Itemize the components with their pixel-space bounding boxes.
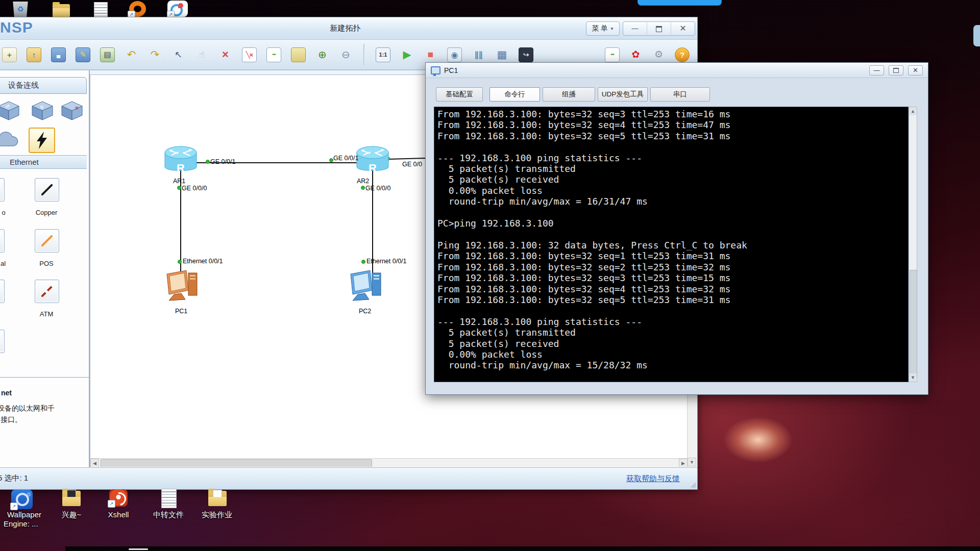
icon-label: Wallpaper (0, 510, 48, 519)
pc1-device-icon[interactable] (166, 269, 203, 305)
save-as-icon[interactable]: ✎ (76, 47, 90, 62)
scroll-down-icon[interactable]: ▼ (688, 458, 696, 466)
palette-header[interactable]: 设备连线 (0, 77, 87, 94)
select-cursor-icon[interactable]: ↖ (172, 48, 185, 62)
lightning-icon (35, 131, 49, 149)
switch-device-icon[interactable]: ⇄ (0, 100, 21, 120)
svg-text:R: R (177, 162, 185, 174)
window-controls: — ✕ (623, 21, 695, 36)
resize-grip-icon[interactable]: ◢ (690, 480, 696, 488)
color-fill-icon[interactable] (291, 47, 306, 62)
background-window-edge (638, 0, 722, 6)
folder-icon-top[interactable] (53, 4, 69, 17)
wireless-device-icon[interactable]: ψ (30, 100, 55, 120)
grid-icon[interactable]: ▦ (495, 48, 509, 62)
tab-serial[interactable]: 串口 (650, 87, 710, 102)
zoom-out-icon[interactable]: ⊖ (339, 48, 353, 62)
link-icon-clipped[interactable] (0, 330, 5, 353)
new-topology-icon[interactable]: + (2, 47, 17, 62)
description-line: 接口。 (1, 415, 22, 424)
icon-label: 兴趣~ (51, 510, 92, 520)
undo-icon[interactable]: ↶ (125, 48, 138, 62)
app-logo-red (178, 3, 183, 8)
desktop-icon-xshell[interactable]: ↗ (109, 489, 128, 507)
tab-command-line[interactable]: 命令行 (489, 87, 540, 102)
router-ar2-icon[interactable]: R (356, 145, 389, 176)
edge-scrollbar-thumb[interactable] (973, 25, 980, 46)
port-label-ar2-down: GE 0/0/0 (365, 185, 390, 192)
cloud-device-icon[interactable] (0, 130, 22, 150)
feedback-icon[interactable]: ••• (605, 47, 620, 62)
settings-gear-icon[interactable]: ⚙ (652, 47, 666, 61)
terminal-scrollbar[interactable]: ▲ ▼ (909, 107, 917, 382)
terminal[interactable]: From 192.168.3.100: bytes=32 seq=3 ttl=2… (434, 107, 909, 382)
canvas-hscrollbar[interactable]: ◀ ▶ (90, 458, 688, 467)
link-tool-selected[interactable] (29, 128, 55, 153)
router-ar1-icon[interactable]: R (164, 145, 197, 176)
help-icon[interactable]: ? (675, 47, 690, 62)
maximize-button[interactable] (647, 22, 671, 35)
port-status-icon[interactable]: ∥∥ (472, 48, 485, 62)
port-label-ar2-right-clipped: GE 0/0 (402, 161, 422, 168)
link-icon-clipped[interactable] (0, 280, 5, 303)
scroll-left-icon[interactable]: ◀ (90, 459, 99, 467)
icon-label: 中转文件 (145, 510, 191, 520)
link-ar2-pc2[interactable] (372, 167, 373, 273)
help-feedback-link[interactable]: 获取帮助与反馈 (626, 474, 680, 484)
scroll-down-icon[interactable]: ▼ (909, 373, 917, 382)
text-note-icon[interactable]: ••• (266, 47, 281, 62)
terminal-scroll-thumb[interactable] (910, 270, 917, 378)
scroll-up-icon[interactable]: ▲ (909, 107, 917, 115)
tab-basic-config[interactable]: 基础配置 (436, 87, 483, 102)
link-atm-icon[interactable] (35, 280, 59, 303)
selected-count: 5 选中: 1 (0, 473, 28, 483)
device-label-ar1: AR1 (173, 178, 185, 185)
scroll-right-icon[interactable]: ▶ (679, 459, 688, 467)
gear-mini-icon: ⚙ (26, 491, 31, 498)
desktop-icon-wallpaper-engine[interactable]: ⚙ ↗ (11, 490, 33, 509)
link-auto-icon-clipped[interactable] (0, 178, 5, 202)
minimize-button[interactable]: — (623, 22, 647, 35)
pc1-maximize-button[interactable] (889, 65, 903, 76)
desktop-icon-zhongzhuan[interactable] (161, 489, 177, 508)
document-icon-top[interactable] (94, 2, 108, 18)
packet-capture-icon[interactable]: ◉ (447, 47, 462, 62)
desktop-icon-shiyan[interactable] (208, 490, 227, 506)
pc1-titlebar[interactable]: PC1 — ✕ (426, 63, 928, 78)
console-icon[interactable]: ↪ (519, 47, 533, 62)
ensp-titlebar[interactable]: NSP 新建拓扑 菜 单 ▼ — ✕ (0, 17, 697, 40)
print-icon[interactable]: ▤ (100, 47, 115, 62)
link-copper-icon[interactable] (35, 178, 59, 202)
pan-hand-icon[interactable]: ☝ (195, 48, 209, 62)
delete-icon[interactable]: × (218, 48, 232, 62)
actual-size-icon[interactable]: 1:1 (376, 47, 390, 62)
link-pos-icon[interactable] (35, 229, 59, 253)
pc1-close-button[interactable]: ✕ (908, 65, 923, 76)
tab-multicast[interactable]: 组播 (543, 87, 595, 102)
stop-devices-icon[interactable]: ■ (424, 48, 437, 62)
delete-link-icon[interactable]: ╲× (242, 47, 257, 62)
firewall-device-icon[interactable]: ≣ (60, 100, 84, 120)
hscroll-thumb[interactable] (101, 459, 372, 467)
link-label-clipped: al (0, 260, 8, 267)
link-serial-icon-clipped[interactable] (0, 229, 5, 253)
redo-icon[interactable]: ↷ (148, 48, 162, 62)
shortcut-arrow-icon: ↗ (10, 503, 18, 510)
device-palette-sidebar: 设备连线 ⇄ ψ ≣ (0, 70, 90, 467)
menu-button[interactable]: 菜 单 ▼ (586, 21, 620, 36)
pc1-window: PC1 — ✕ 基础配置 命令行 组播 UDP发包工具 串口 From 192.… (425, 62, 928, 395)
tab-udp-tool[interactable]: UDP发包工具 (598, 87, 648, 102)
terminal-output: From 192.168.3.100: bytes=32 seq=3 ttl=2… (434, 107, 908, 382)
start-devices-icon[interactable]: ▶ (400, 48, 414, 62)
save-icon[interactable]: ▄ (51, 47, 66, 62)
pc1-minimize-button[interactable]: — (869, 65, 884, 76)
port-dot (206, 160, 210, 164)
recycle-bin-icon[interactable]: ♻ (12, 2, 29, 17)
close-button[interactable]: ✕ (671, 22, 695, 35)
port-dot (177, 186, 181, 190)
desktop-icon-folder-xingqu[interactable] (62, 490, 81, 506)
section-ethernet[interactable]: Ethernet (0, 155, 87, 169)
pc2-device-icon[interactable] (350, 269, 386, 305)
zoom-in-icon[interactable]: ⊕ (315, 48, 329, 62)
open-icon[interactable]: ↑ (27, 47, 41, 62)
